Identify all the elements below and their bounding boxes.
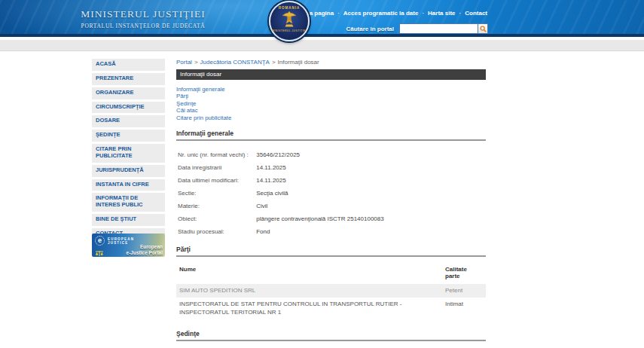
sidebar-item[interactable]: INSTANTA IN CIFRE bbox=[92, 179, 165, 191]
ejustice-banner[interactable]: e EUROPEAN JUSTICE European e-Justice Po… bbox=[92, 234, 165, 257]
breadcrumb-court-link[interactable]: Judecătoria CONSTANŢA bbox=[200, 59, 270, 66]
top-nav: Prima paginaAcces programatic la dateHar… bbox=[296, 10, 487, 17]
search-row: Căutare în portal bbox=[346, 23, 488, 34]
breadcrumb: Portal>Judecătoria CONSTANŢA>Informaţii … bbox=[176, 59, 486, 66]
case-field-row: Materie: Civil bbox=[178, 203, 486, 209]
case-field-value: Secţia civilă bbox=[256, 190, 288, 197]
breadcrumb-portal-link[interactable]: Portal bbox=[176, 59, 192, 66]
ministry-emblem: ROMANIA MINISTERUL JUSTIŢIEI bbox=[269, 1, 310, 41]
sidebar-item[interactable]: CIRCUMSCRIPŢIE bbox=[92, 102, 165, 114]
ejustice-caption-line2: e-Justice Portal bbox=[127, 250, 163, 256]
emblem-country-label: ROMANIA bbox=[270, 6, 308, 10]
ejustice-caption-line1: European bbox=[127, 244, 163, 250]
case-field-row: Obiect: plângere contravenţională ISCTR … bbox=[178, 215, 486, 222]
top-nav-link[interactable]: Contact bbox=[456, 10, 487, 17]
sidebar-item[interactable]: ORGANIZARE bbox=[92, 87, 165, 99]
case-section-link[interactable]: Căi atac bbox=[176, 107, 486, 114]
search-input[interactable] bbox=[399, 23, 478, 34]
sidebar-item[interactable]: PREZENTARE bbox=[92, 73, 165, 85]
hearings-heading: Şedinţe bbox=[176, 330, 486, 341]
parties-table: SIM AUTO SPEDITION SRL Petent INSPECTORA… bbox=[176, 284, 486, 319]
ejustice-logo-icon: e bbox=[95, 236, 105, 246]
main-content: Portal>Judecătoria CONSTANŢA>Informaţii … bbox=[176, 59, 486, 348]
case-section-link[interactable]: Informaţii generale bbox=[176, 86, 486, 93]
case-field-value: plângere contravenţională ISCTR 25140100… bbox=[256, 215, 383, 222]
search-button[interactable] bbox=[478, 23, 488, 34]
case-section-link[interactable]: Citare prin publicitate bbox=[176, 114, 486, 121]
sidebar-item[interactable]: BINE DE ŞTIUT bbox=[92, 214, 165, 226]
party-name: SIM AUTO SPEDITION SRL bbox=[179, 287, 445, 295]
romania-coat-of-arms-icon bbox=[270, 11, 308, 29]
case-field-value: 35646/212/2025 bbox=[256, 151, 300, 158]
general-info-heading: Informaţii generale bbox=[176, 130, 486, 141]
case-field-row: Stadiu procesual: Fond bbox=[178, 228, 486, 235]
case-field-row: Data inregistrarii 14.11.2025 bbox=[178, 164, 486, 171]
ejustice-caption: European e-Justice Portal bbox=[127, 244, 163, 255]
search-label: Căutare în portal bbox=[346, 26, 394, 32]
parties-heading: Părţi bbox=[176, 246, 486, 257]
case-field-row: Data ultimei modificari: 14.11.2025 bbox=[178, 177, 486, 184]
case-field-label: Nr. unic (nr. format vechi) : bbox=[178, 151, 255, 158]
case-field-row: Sectie: Secţia civilă bbox=[178, 190, 486, 197]
search-icon bbox=[480, 26, 487, 32]
header-gray-band bbox=[0, 40, 644, 51]
emblem-ministry-label: MINISTERUL JUSTIŢIEI bbox=[270, 29, 308, 32]
case-field-value: Fond bbox=[256, 228, 270, 235]
general-info-fields: Nr. unic (nr. format vechi) : 35646/212/… bbox=[176, 151, 486, 235]
column-header-role: Calitate parte bbox=[445, 266, 483, 279]
page-title-bar: Informaţii dosar bbox=[176, 69, 486, 80]
sidebar-item[interactable]: ACASĂ bbox=[92, 59, 165, 71]
sidebar-menu: ACASĂPREZENTAREORGANIZARECIRCUMSCRIPŢIED… bbox=[92, 59, 165, 243]
case-field-value: 14.11.2025 bbox=[256, 177, 285, 184]
column-header-name: Nume bbox=[179, 266, 445, 279]
sidebar-item[interactable]: JURISPRUDENŢĂ bbox=[92, 165, 165, 177]
case-field-label: Materie: bbox=[178, 203, 255, 209]
party-role: Intimat bbox=[445, 301, 483, 316]
top-nav-link[interactable]: Harta site bbox=[418, 10, 455, 17]
case-field-label: Stadiu procesual: bbox=[178, 228, 255, 235]
masthead: MINISTERUL JUSTIŢIEI PORTALUL INSTANŢELO… bbox=[72, 8, 215, 29]
sidebar-item[interactable]: ŞEDINŢE bbox=[92, 130, 165, 142]
case-field-value: Civil bbox=[256, 203, 267, 209]
breadcrumb-separator: > bbox=[272, 59, 276, 66]
sidebar-item[interactable]: INFORMAŢII DE INTERES PUBLIC bbox=[92, 193, 165, 212]
case-field-label: Data inregistrarii bbox=[178, 164, 255, 171]
party-row: INSPECTORATUL DE STAT PENTRU CONTROLUL I… bbox=[176, 298, 486, 319]
case-field-label: Obiect: bbox=[178, 215, 255, 222]
case-section-link[interactable]: Şedinţe bbox=[176, 100, 486, 107]
site-title: MINISTERUL JUSTIŢIEI bbox=[72, 8, 215, 20]
case-field-value: 14.11.2025 bbox=[256, 164, 285, 171]
header: MINISTERUL JUSTIŢIEI PORTALUL INSTANŢELO… bbox=[0, 0, 644, 37]
site-subtitle: PORTALUL INSTANŢELOR DE JUDECATĂ bbox=[72, 23, 215, 29]
case-section-links: Informaţii generalePărţiŞedinţeCăi atacC… bbox=[176, 86, 486, 121]
case-field-label: Data ultimei modificari: bbox=[178, 177, 255, 184]
parties-table-header: Nume Calitate parte bbox=[176, 266, 486, 284]
case-field-label: Sectie: bbox=[178, 190, 255, 197]
top-nav-link[interactable]: Acces programatic la date bbox=[334, 10, 418, 17]
breadcrumb-separator: > bbox=[194, 59, 198, 66]
party-row: SIM AUTO SPEDITION SRL Petent bbox=[176, 284, 486, 298]
party-role: Petent bbox=[445, 287, 483, 295]
sidebar-item[interactable]: DOSARE bbox=[92, 115, 165, 127]
sidebar-item[interactable]: CITARE PRIN PUBLICITATE bbox=[92, 144, 165, 163]
case-field-row: Nr. unic (nr. format vechi) : 35646/212/… bbox=[178, 151, 486, 158]
scales-icon bbox=[95, 247, 104, 257]
party-name: INSPECTORATUL DE STAT PENTRU CONTROLUL I… bbox=[179, 301, 445, 316]
case-section-link[interactable]: Părţi bbox=[176, 93, 486, 99]
breadcrumb-current: Informaţii dosar bbox=[278, 59, 319, 66]
